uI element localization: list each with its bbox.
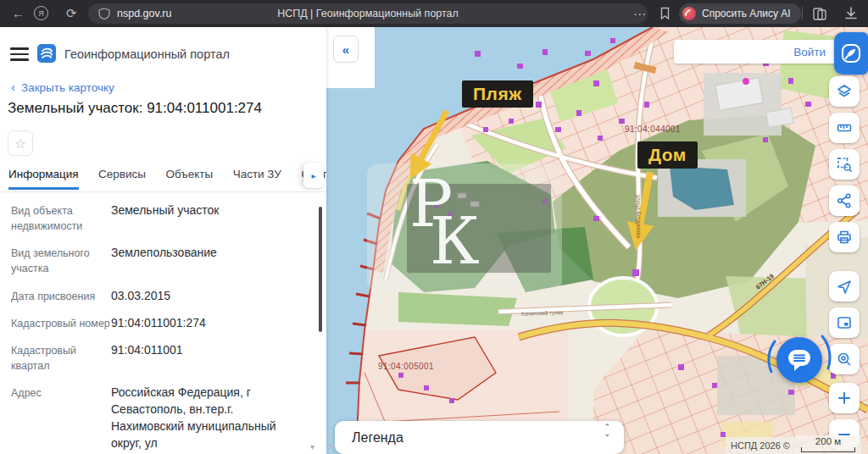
shield-icon [98,8,110,19]
select-objects-button[interactable] [829,149,860,180]
tab-objects[interactable]: Объекты [166,168,214,187]
browser-back-button[interactable]: ← [12,6,25,20]
chat-bubble-icon [787,348,812,372]
rk-watermark: Р К [367,163,562,292]
scale-label: 200 м [795,436,861,446]
chevron-right-icon: ▸ [311,171,315,180]
layers-button[interactable] [829,76,860,107]
bookmark-icon[interactable] [659,7,671,20]
tab-parts[interactable]: Части ЗУ [233,168,281,187]
browser-refresh-button[interactable]: ⟳ [66,6,77,21]
map-attribution: НСПД 2026 © [726,437,795,454]
legend-title: Легенда [352,430,403,446]
browser-toolbar: ← Я ⟳ nspd.gov.ru НСПД | Геоинформационн… [0,0,868,27]
magnifier-icon [836,351,853,368]
alice-icon [682,7,696,20]
plus-icon [836,390,853,407]
header-search-bar[interactable]: Войти [674,40,837,64]
object-card-panel: Геоинформационный портал ‹Закрыть карточ… [0,27,326,454]
print-button[interactable] [829,222,860,252]
area-search-icon [836,156,853,173]
navigation-arrow-icon [836,278,853,295]
ruler-icon [836,119,853,136]
field-row: Кадастровый номер 91:04:011001:274 [11,314,309,331]
tab-services[interactable]: Сервисы [98,168,146,187]
address-value: Российская Федерация, г Севастополь, вн.… [111,385,276,450]
watermark-letter-k: К [430,209,480,274]
alice-assistant-button[interactable]: Спросить Алису AI [679,3,801,24]
collapse-panel-button[interactable]: « [333,36,359,63]
address-bar[interactable]: nspd.gov.ru НСПД | Геоинформационный пор… [88,3,648,24]
card-tabs: Информация Сервисы Объекты Части ЗУ Сост… [0,166,326,192]
field-row: Дата присвоения 03.03.2015 [11,287,309,304]
page-title: НСПД | Геоинформационный портал [88,8,648,19]
collections-icon[interactable] [812,6,827,21]
mini-map-icon [836,314,853,331]
house-annotation-label: Дом [637,141,698,169]
quill-bubble-icon [840,42,862,64]
street-name-label: улица Богданова [636,195,642,238]
chevron-left-icon: ‹ [11,80,15,94]
close-card-link[interactable]: ‹Закрыть карточку [11,80,114,94]
favorite-button[interactable]: ☆ [8,130,33,156]
beach-annotation-label: Пляж [462,80,533,108]
portal-title: Геоинформационный портал [64,47,230,61]
share-icon [836,192,853,209]
scroll-down-hint-icon: ▾ [310,442,314,451]
nspd-logo-icon [37,44,56,63]
locate-button[interactable] [829,271,860,302]
card-title: Земельный участок: 91:04:011001:274 [8,100,262,117]
panel-header-extension: « [326,27,375,88]
share-button[interactable] [829,185,860,216]
more-menu-button[interactable]: ⋯ [633,7,647,22]
assistant-button[interactable] [834,32,868,75]
url-text: nspd.gov.ru [117,8,171,19]
field-row: Вид объекта недвижимости Земельный участ… [11,202,309,234]
login-link[interactable]: Войти [793,46,826,58]
measure-button[interactable] [829,113,860,143]
layers-icon [836,83,853,100]
scale-bar: 200 м [795,435,861,454]
scale-bracket [801,447,855,452]
field-row: Кадастровый квартал 91:04:011001 [11,341,309,374]
chat-button[interactable] [776,337,822,383]
map-canvas[interactable]: Р К Пляж Дом 91:04:044001 91:04:005001 К… [326,27,868,454]
tab-information[interactable]: Информация [8,168,79,190]
panel-scrollbar[interactable] [319,207,322,332]
tabs-scroll-right-button[interactable]: ▸ [303,163,324,188]
chat-fab-wrap [763,326,836,394]
legend-toggle[interactable]: ⌃ ⌄ [604,424,610,437]
cadastral-quarter-label: 91:04:044001 [625,125,681,134]
star-icon: ☆ [14,136,26,152]
edit-hint-icon: ✎ [329,442,336,451]
chevron-down-icon: ⌄ [604,430,610,437]
browser-profile-icon[interactable]: Я [34,6,48,20]
field-row-address: Адрес Российская Федерация, г Севастопол… [11,384,309,454]
legend-panel[interactable]: Легенда ⌃ ⌄ [335,421,624,454]
toolbar-divider [802,7,803,20]
nspd-geoportal-page: Р К Пляж Дом 91:04:044001 91:04:005001 К… [0,0,868,454]
field-row: Вид земельного участка Землепользование [11,244,309,276]
cadastral-quarter-label: 91:04:005001 [378,362,434,371]
menu-button[interactable] [10,47,29,61]
download-icon[interactable] [843,6,859,21]
printer-icon [836,229,853,246]
card-fields: Вид объекта недвижимости Земельный участ… [11,202,309,454]
